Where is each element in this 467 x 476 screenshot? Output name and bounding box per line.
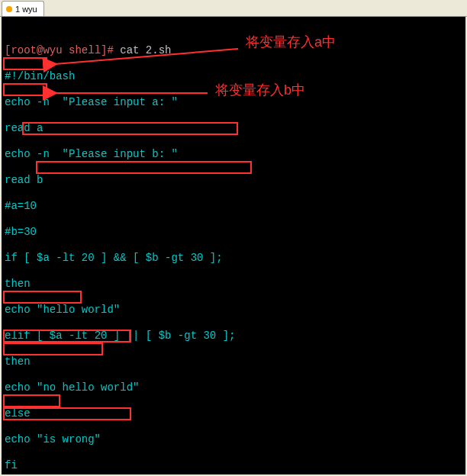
script-line: read a	[5, 122, 462, 135]
tab-label: 1 wyu	[15, 5, 37, 14]
highlight-box-no-hello-world	[3, 343, 103, 355]
script-line: #!/bin/bash	[5, 70, 462, 83]
script-line: echo -n "Please input a: "	[5, 96, 462, 109]
script-line: #a=10	[5, 200, 462, 213]
highlight-box-is-wrong	[3, 394, 60, 407]
script-line: #b=30	[5, 226, 462, 239]
tab-bar: 1 wyu	[0, 0, 467, 17]
script-line: then	[5, 355, 462, 368]
terminal-tab[interactable]: 1 wyu	[2, 1, 44, 16]
script-line: echo "hello world"	[5, 304, 462, 317]
script-line: fi	[5, 459, 462, 472]
prompt-line: [root@wyu shell]# cat 2.sh	[5, 44, 462, 57]
terminal-viewport[interactable]: [root@wyu shell]# cat 2.sh #!/bin/bash e…	[2, 17, 465, 474]
script-line: else	[5, 407, 462, 420]
script-line: if [ $a -lt 20 ] && [ $b -gt 30 ];	[5, 252, 462, 265]
highlight-box-read-a	[3, 57, 47, 70]
annotation-b: 将变量存入b中	[215, 84, 305, 97]
highlight-box-read-b	[3, 83, 47, 96]
script-line: read b	[5, 174, 462, 187]
tab-status-dot-icon	[6, 6, 12, 12]
highlight-box-elif-cond	[36, 161, 252, 174]
highlight-box-hello-world	[3, 291, 82, 304]
script-line: then	[5, 278, 462, 291]
script-line: echo -n "Please input b: "	[5, 148, 462, 161]
cmd-cat: cat 2.sh	[120, 44, 171, 56]
script-line: echo "is wrong"	[5, 433, 462, 446]
script-line: echo "no hello world"	[5, 381, 462, 394]
script-line: elif [ $a -lt 20 ] || [ $b -gt 30 ];	[5, 330, 462, 343]
